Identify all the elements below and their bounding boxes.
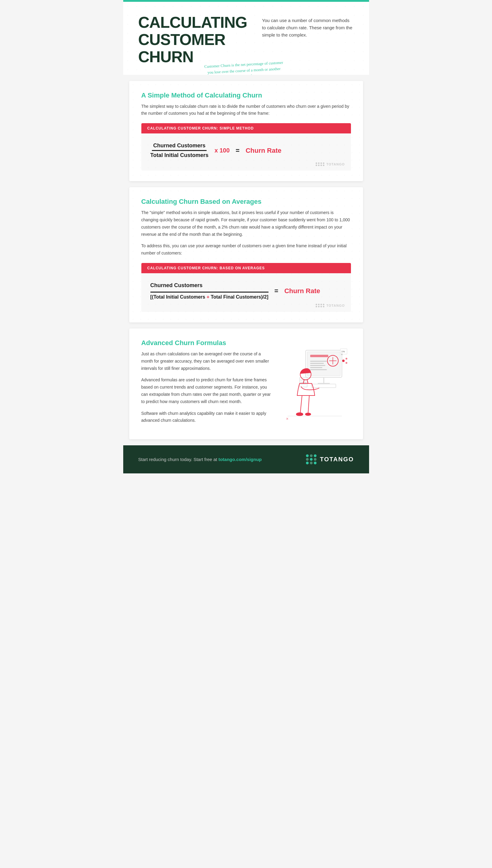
simple-formula-label: CALCULATING CUSTOMER CHURN: SIMPLE METHO…: [141, 123, 351, 133]
averages-equals: =: [274, 287, 278, 295]
footer-dot-6: [314, 458, 317, 461]
svg-text:6: 6: [341, 353, 343, 355]
simple-formula-box: CALCULATING CUSTOMER CHURN: SIMPLE METHO…: [141, 123, 351, 171]
footer-dot-5: [310, 458, 313, 461]
simple-denominator: Total Initial Customers: [150, 152, 209, 158]
advanced-body1: Just as churn calculations can be averag…: [141, 351, 272, 372]
dot-6: [318, 164, 320, 166]
averages-method-body2: To address this, you can use your averag…: [141, 242, 351, 257]
avg-dot-7: [320, 306, 322, 307]
footer-logo-dots: [306, 454, 317, 464]
dot-7: [320, 164, 322, 166]
footer: Start reducing churn today. Start free a…: [123, 445, 369, 474]
footer-link[interactable]: totango.com/signup: [218, 457, 262, 462]
watermark-text: TOTANGO: [326, 162, 345, 166]
averages-result: Churn Rate: [284, 287, 320, 295]
header-section: CALCULATING CUSTOMER CHURN You can use a…: [123, 2, 369, 75]
averages-plus: +: [206, 295, 209, 300]
simple-formula: Churned Customers Total Initial Customer…: [150, 143, 342, 158]
footer-dot-3: [314, 454, 317, 457]
avg-dot-4: [323, 304, 324, 305]
simple-watermark: TOTANGO: [316, 162, 345, 166]
simple-method-card: A Simple Method of Calculating Churn The…: [129, 81, 363, 181]
averages-formula: Churned Customers [(Total Initial Custom…: [150, 282, 342, 300]
main-title: CALCULATING CUSTOMER CHURN: [138, 14, 253, 66]
footer-static-text: Start reducing churn today. Start free a…: [138, 457, 218, 462]
dot-3: [320, 162, 322, 164]
averages-watermark-text: TOTANGO: [326, 304, 345, 307]
svg-point-30: [305, 413, 311, 416]
footer-logo-text: TOTANGO: [320, 456, 354, 463]
simple-method-body: The simplest way to calculate churn rate…: [141, 103, 351, 118]
simple-result: Churn Rate: [246, 147, 281, 155]
svg-rect-10: [310, 369, 327, 370]
advanced-method-card: Advanced Churn Formulas Just as churn ca…: [129, 329, 363, 439]
avg-dot-3: [320, 304, 322, 305]
averages-watermark: TOTANGO: [316, 304, 345, 307]
svg-rect-9: [310, 367, 322, 368]
averages-fraction-line: [150, 292, 269, 292]
footer-dot-8: [310, 462, 313, 464]
averages-method-body1: The "simple" method works in simple situ…: [141, 209, 351, 238]
svg-point-22: [346, 358, 347, 360]
averages-denominator: [(Total Initial Customers + Total Final …: [150, 295, 269, 300]
advanced-illustration: 1% 6: [278, 339, 351, 429]
averages-fraction: Churned Customers [(Total Initial Custom…: [150, 282, 269, 300]
dot-8: [323, 164, 324, 166]
averages-formula-box: CALCULATING CUSTOMER CHURN: BASED ON AVE…: [141, 263, 351, 312]
svg-line-27: [300, 395, 302, 414]
averages-method-title: Calculating Churn Based on Averages: [141, 198, 351, 206]
svg-rect-6: [310, 361, 327, 362]
watermark-dots: [316, 162, 325, 166]
simple-fraction: Churned Customers Total Initial Customer…: [150, 143, 209, 158]
footer-dot-2: [310, 454, 313, 457]
footer-dot-1: [306, 454, 309, 457]
avg-dot-8: [323, 306, 324, 307]
avg-dot-5: [316, 306, 317, 307]
svg-rect-7: [310, 363, 324, 364]
svg-rect-8: [310, 365, 325, 366]
dot-2: [318, 162, 320, 164]
svg-rect-13: [312, 384, 336, 388]
averages-method-card: Calculating Churn Based on Averages The …: [129, 187, 363, 323]
simple-equals: =: [236, 147, 240, 155]
averages-watermark-dots: [316, 304, 325, 307]
footer-logo: TOTANGO: [306, 454, 354, 464]
avg-dot-2: [318, 304, 320, 305]
dot-4: [323, 162, 324, 164]
averages-formula-label: CALCULATING CUSTOMER CHURN: BASED ON AVE…: [141, 263, 351, 273]
footer-dot-4: [306, 458, 309, 461]
svg-point-29: [296, 412, 303, 416]
footer-dot-9: [314, 462, 317, 464]
footer-dot-7: [306, 462, 309, 464]
advanced-text: Advanced Churn Formulas Just as churn ca…: [141, 339, 278, 429]
dot-1: [316, 162, 317, 164]
svg-point-21: [342, 360, 345, 362]
simple-method-title: A Simple Method of Calculating Churn: [141, 92, 351, 99]
avg-dot-1: [316, 304, 317, 305]
illustration-svg: 1% 6: [281, 344, 348, 429]
advanced-section: Advanced Churn Formulas Just as churn ca…: [141, 339, 351, 429]
header-description: You can use a number of common methods t…: [262, 17, 354, 39]
svg-line-28: [308, 395, 309, 414]
advanced-body2: Advanced formulas are used to predict ch…: [141, 377, 272, 405]
svg-text:1%: 1%: [341, 350, 345, 353]
svg-text:×: ×: [286, 416, 289, 421]
advanced-body3: Software with churn analytics capability…: [141, 410, 272, 425]
svg-rect-2: [310, 355, 328, 357]
svg-point-23: [346, 362, 347, 364]
simple-numerator: Churned Customers: [152, 143, 206, 151]
simple-multiply: x 100: [215, 147, 229, 154]
advanced-method-title: Advanced Churn Formulas: [141, 339, 272, 347]
dot-5: [316, 164, 317, 166]
averages-numerator: Churned Customers: [150, 282, 203, 290]
footer-text: Start reducing churn today. Start free a…: [138, 457, 262, 462]
avg-dot-6: [318, 306, 320, 307]
